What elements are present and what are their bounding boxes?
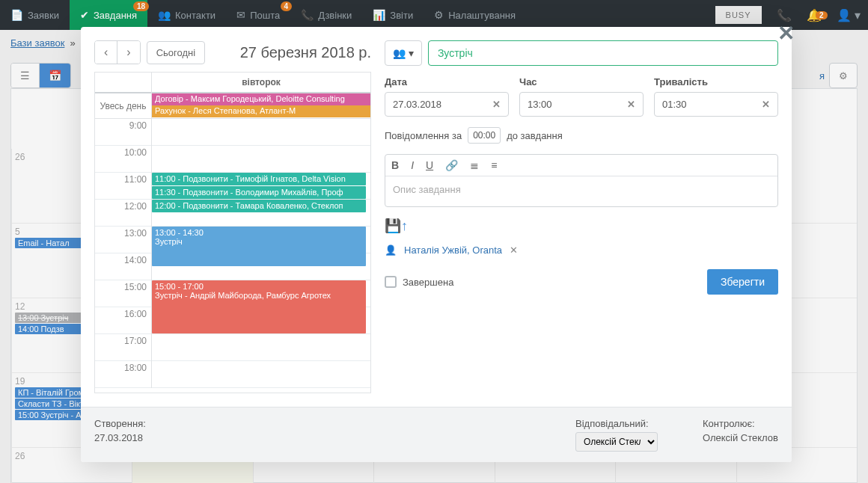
day-calendar: ‹ › Сьогодні 27 березня 2018 р. Увесь де… bbox=[94, 40, 371, 393]
created-label: Створення: bbox=[94, 418, 146, 429]
italic-icon[interactable]: I bbox=[411, 159, 414, 171]
task-title-input[interactable] bbox=[428, 40, 778, 66]
clear-duration-icon[interactable]: ✕ bbox=[762, 99, 770, 110]
allday-label: Увесь день bbox=[95, 93, 151, 119]
day-title: 27 березня 2018 р. bbox=[240, 44, 371, 61]
day-event[interactable]: 12:00 - Подзвонити - Тамара Коваленко, С… bbox=[152, 200, 366, 212]
responsible-select[interactable]: Олексій Стекл bbox=[575, 432, 658, 452]
underline-icon[interactable]: U bbox=[426, 159, 433, 171]
date-input[interactable]: 27.03.2018✕ bbox=[385, 92, 509, 117]
users-icon: 👥 bbox=[393, 47, 406, 59]
time-label: Час bbox=[519, 76, 644, 87]
close-icon[interactable]: ✕ bbox=[777, 21, 795, 46]
responsible-label: Відповідальний: bbox=[575, 418, 658, 429]
day-next-btn[interactable]: › bbox=[117, 41, 139, 64]
clear-date-icon[interactable]: ✕ bbox=[492, 99, 501, 110]
person-icon: 👤 bbox=[385, 244, 397, 256]
controller-label: Контролює: bbox=[703, 418, 778, 429]
task-type-btn[interactable]: 👥 ▾ bbox=[385, 40, 422, 66]
description-editor: B I U 🔗 ≣ ≡ Опис завдання bbox=[385, 154, 778, 207]
allday-event[interactable]: Рахунок - Леся Степанова, Атлант-М bbox=[152, 105, 370, 117]
reminder-row: Повідомлення за 00:00 до завдання bbox=[385, 127, 778, 144]
remove-participant-icon[interactable]: ✕ bbox=[510, 244, 518, 256]
description-body[interactable]: Опис завдання bbox=[385, 176, 777, 206]
save-attach-icon: 💾↑ bbox=[385, 218, 408, 233]
day-event[interactable]: 15:00 - 17:00 Зустріч - Андрій Майборода… bbox=[152, 280, 366, 333]
reminder-input[interactable]: 00:00 bbox=[468, 127, 501, 144]
duration-input[interactable]: 01:30✕ bbox=[654, 92, 778, 117]
participant-link[interactable]: Наталія Ужвій, Oranta bbox=[404, 244, 502, 256]
allday-zone[interactable]: Договір - Максим Городецький, Deloitte C… bbox=[152, 93, 370, 119]
task-modal: ✕ ‹ › Сьогодні 27 березня 2018 р. Увесь … bbox=[81, 27, 792, 462]
link-icon[interactable]: 🔗 bbox=[445, 159, 458, 171]
day-event[interactable]: 11:30 - Подзвонити - Володимир Михайлів,… bbox=[152, 186, 366, 199]
task-form: 👥 ▾ Дата 27.03.2018✕ Час 13:00✕ Триваліс… bbox=[385, 40, 778, 393]
clear-time-icon[interactable]: ✕ bbox=[627, 99, 635, 110]
modal-footer: Створення: 27.03.2018 Відповідальний: Ол… bbox=[81, 407, 792, 462]
allday-event[interactable]: Договір - Максим Городецький, Deloitte C… bbox=[152, 93, 370, 105]
save-button[interactable]: Зберегти bbox=[707, 269, 778, 295]
bold-icon[interactable]: B bbox=[391, 159, 399, 171]
duration-label: Тривалість bbox=[654, 76, 778, 87]
day-event[interactable]: 11:00 - Подзвонити - Тимофій Ігнатов, De… bbox=[152, 173, 366, 185]
ol-icon[interactable]: ≡ bbox=[491, 159, 497, 171]
today-btn[interactable]: Сьогодні bbox=[147, 41, 205, 64]
completed-checkbox[interactable]: Завершена bbox=[385, 276, 453, 288]
day-prev-btn[interactable]: ‹ bbox=[95, 41, 117, 64]
date-label: Дата bbox=[385, 76, 509, 87]
hours-zone[interactable]: 11:00 - Подзвонити - Тимофій Ігнатов, De… bbox=[152, 119, 370, 388]
weekday-header: вівторок bbox=[152, 73, 370, 93]
ul-icon[interactable]: ≣ bbox=[470, 159, 479, 171]
checkbox-icon bbox=[385, 276, 397, 288]
controller-value: Олексій Стеклов bbox=[703, 432, 778, 443]
created-value: 27.03.2018 bbox=[94, 432, 146, 443]
time-input[interactable]: 13:00✕ bbox=[519, 92, 644, 117]
day-event[interactable]: 13:00 - 14:30 Зустріч bbox=[152, 227, 366, 266]
attach-button[interactable]: 💾↑ bbox=[385, 218, 778, 234]
